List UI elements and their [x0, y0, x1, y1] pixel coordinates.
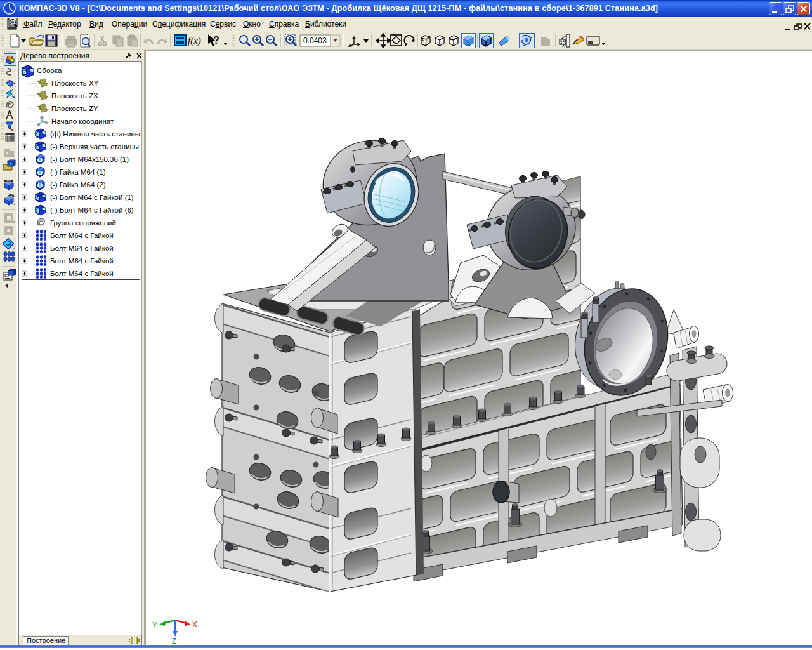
svg-text:(-) Верхняя часть станины: (-) Верхняя часть станины	[50, 143, 139, 150]
svg-text:Болт М64 с Гайкой: Болт М64 с Гайкой	[50, 232, 114, 239]
svg-text:?: ?	[213, 35, 219, 46]
svg-text:Z: Z	[172, 637, 176, 645]
svg-text:Плоскость XY: Плоскость XY	[51, 79, 99, 87]
svg-text:(-) Болт М64 с Гайкой (1): (-) Болт М64 с Гайкой (1)	[50, 194, 134, 201]
svg-text:Плоскость ZY: Плоскость ZY	[51, 105, 98, 112]
svg-text:(-) Гайка М64 (2): (-) Гайка М64 (2)	[50, 181, 106, 189]
svg-text:X: X	[192, 620, 197, 629]
svg-text:Сборка: Сборка	[37, 67, 62, 74]
svg-text:Болт М64 с Гайкой: Болт М64 с Гайкой	[50, 257, 114, 265]
svg-text:f(x): f(x)	[188, 36, 201, 46]
svg-text:(ф) Нижняя часть станины: (ф) Нижняя часть станины	[50, 130, 140, 138]
svg-text:0.0403: 0.0403	[303, 36, 327, 45]
svg-text:Начало координат: Начало координат	[51, 117, 114, 125]
svg-text:(-) Болт М64х150.36 (1): (-) Болт М64х150.36 (1)	[50, 156, 129, 163]
svg-text:Болт М64 с Гайкой: Болт М64 с Гайкой	[50, 270, 114, 277]
svg-text:(-) Гайка М64 (1): (-) Гайка М64 (1)	[50, 168, 106, 176]
svg-text:(-) Болт М64 с Гайкой (6): (-) Болт М64 с Гайкой (6)	[50, 206, 134, 214]
svg-text:Группа сопряжений: Группа сопряжений	[50, 219, 116, 227]
svg-text:Болт М64 с Гайкой: Болт М64 с Гайкой	[50, 244, 114, 252]
svg-text:Плоскость ZX: Плоскость ZX	[51, 92, 98, 100]
svg-text:Y: Y	[152, 621, 157, 630]
